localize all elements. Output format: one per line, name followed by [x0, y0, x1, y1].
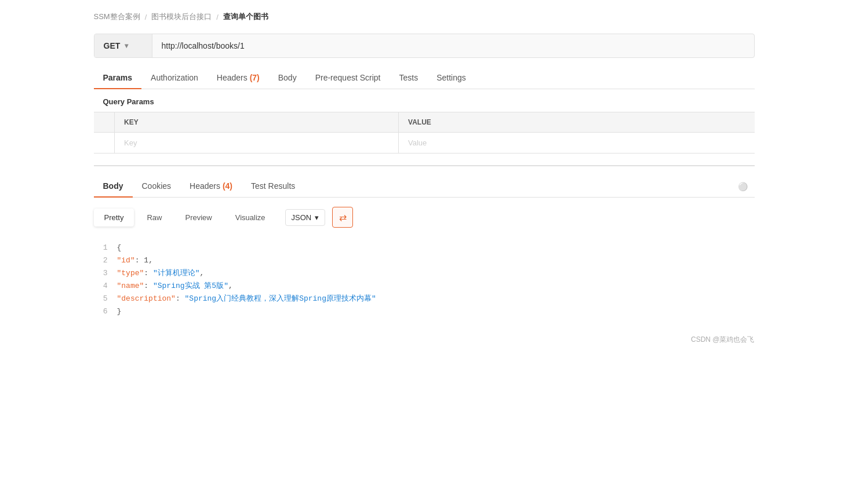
- params-table: KEY VALUE Key Value: [94, 112, 755, 154]
- code-line-6: 6 }: [94, 305, 755, 318]
- json-format-label: JSON: [292, 213, 312, 222]
- query-params-title: Query Params: [94, 89, 755, 112]
- request-tabs-section: Params Authorization Headers (7) Body Pr…: [94, 67, 755, 89]
- breadcrumb-sep-1: /: [145, 13, 147, 21]
- tab-response-headers[interactable]: Headers (4): [180, 176, 242, 198]
- raw-button[interactable]: Raw: [136, 209, 172, 227]
- url-input[interactable]: [152, 34, 754, 57]
- json-chevron-icon: ▾: [315, 213, 319, 222]
- response-headers-badge: (4): [223, 181, 232, 191]
- key-cell[interactable]: Key: [115, 133, 399, 154]
- tab-body[interactable]: Body: [269, 67, 306, 89]
- tab-headers[interactable]: Headers (7): [208, 67, 269, 89]
- code-block: 1 { 2 "id": 1, 3 "type": "计算机理论", 4 "nam…: [94, 237, 755, 323]
- response-tabs: Body Cookies Headers (4) Test Results ⚪: [94, 176, 755, 198]
- globe-icon[interactable]: ⚪: [731, 177, 755, 196]
- tab-params[interactable]: Params: [94, 67, 142, 89]
- breadcrumb-item-2[interactable]: 图书模块后台接口: [151, 12, 212, 22]
- response-section: Body Cookies Headers (4) Test Results ⚪ …: [94, 166, 755, 323]
- response-tab-group: Body Cookies Headers (4) Test Results: [94, 176, 731, 197]
- code-line-1: 1 {: [94, 242, 755, 254]
- breadcrumb-sep-2: /: [216, 13, 219, 21]
- breadcrumb-current: 查询单个图书: [223, 12, 268, 22]
- method-select[interactable]: GET ▾: [94, 34, 152, 57]
- code-line-5: 5 "description": "Spring入门经典教程，深入理解Sprin…: [94, 293, 755, 305]
- key-col-header: KEY: [115, 112, 399, 133]
- row-checkbox: [94, 133, 115, 154]
- value-cell[interactable]: Value: [399, 133, 755, 154]
- preview-button[interactable]: Preview: [174, 209, 222, 227]
- tab-prerequest[interactable]: Pre-request Script: [306, 67, 390, 89]
- breadcrumb: SSM整合案例 / 图书模块后台接口 / 查询单个图书: [94, 12, 755, 22]
- breadcrumb-item-1[interactable]: SSM整合案例: [94, 12, 140, 22]
- tab-test-results[interactable]: Test Results: [242, 176, 304, 198]
- code-line-3: 3 "type": "计算机理论",: [94, 267, 755, 280]
- headers-badge: (7): [250, 73, 260, 82]
- tab-tests[interactable]: Tests: [390, 67, 428, 89]
- wrap-icon: ⇄: [339, 212, 347, 223]
- tab-response-body[interactable]: Body: [94, 176, 133, 198]
- visualize-button[interactable]: Visualize: [225, 209, 276, 227]
- method-label: GET: [104, 41, 121, 50]
- format-bar: Pretty Raw Preview Visualize JSON ▾ ⇄: [94, 207, 755, 237]
- tab-cookies[interactable]: Cookies: [133, 176, 181, 198]
- tab-settings[interactable]: Settings: [427, 67, 475, 89]
- request-tabs: Params Authorization Headers (7) Body Pr…: [94, 67, 755, 89]
- pretty-button[interactable]: Pretty: [94, 209, 134, 227]
- wrap-button[interactable]: ⇄: [332, 207, 353, 228]
- request-bar: GET ▾: [94, 34, 755, 58]
- code-line-2: 2 "id": 1,: [94, 254, 755, 267]
- checkbox-col-header: [94, 112, 115, 133]
- chevron-down-icon: ▾: [125, 42, 128, 50]
- value-col-header: VALUE: [399, 112, 755, 133]
- code-line-4: 4 "name": "Spring实战 第5版",: [94, 280, 755, 293]
- json-format-select[interactable]: JSON ▾: [285, 209, 326, 226]
- tab-authorization[interactable]: Authorization: [141, 67, 208, 89]
- footer-note: CSDN @菜鸡也会飞: [94, 335, 755, 345]
- table-row: Key Value: [94, 133, 755, 154]
